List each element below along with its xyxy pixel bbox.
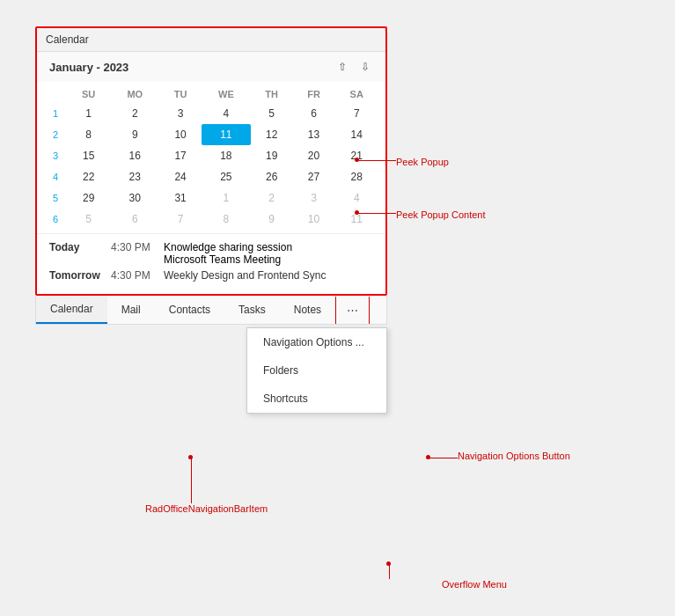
week-number[interactable]: 6	[44, 209, 67, 230]
calendar-day-cell[interactable]: 31	[159, 187, 202, 209]
annotation-rad-item-label: RadOfficeNavigationBarItem	[145, 503, 268, 514]
next-month-button[interactable]: ⇩	[357, 59, 373, 75]
calendar-day-cell[interactable]: 5	[67, 209, 110, 230]
calendar-day-cell[interactable]: 10	[293, 209, 335, 230]
calendar-day-cell[interactable]: 4	[202, 103, 251, 124]
calendar-day-cell[interactable]: 24	[159, 166, 202, 187]
calendar-day-cell[interactable]: 23	[110, 166, 159, 187]
overflow-menu: Navigation Options ... Folders Shortcuts	[246, 327, 387, 414]
annotation-overflow-menu: Overflow Menu	[442, 579, 507, 590]
calendar-day-cell[interactable]: 26	[251, 166, 293, 187]
overflow-menu-item-nav-options[interactable]: Navigation Options ...	[247, 328, 386, 356]
calendar-day-cell[interactable]: 4	[334, 187, 378, 209]
calendar-day-cell[interactable]: 5	[251, 103, 293, 124]
calendar-day-cell[interactable]: 11	[202, 124, 251, 145]
nav-item-contacts[interactable]: Contacts	[155, 297, 224, 323]
events-section: Today 4:30 PM Knowledge sharing session …	[37, 233, 385, 294]
overflow-menu-item-folders[interactable]: Folders	[247, 356, 386, 385]
calendar-header-row: SU MO TU WE TH FR SA	[44, 85, 378, 103]
calendar-header: Calendar	[37, 28, 385, 52]
calendar-table: SU MO TU WE TH FR SA 1123456728910111213…	[44, 85, 378, 230]
calendar-day-cell[interactable]: 27	[293, 166, 335, 187]
calendar-day-cell[interactable]: 6	[110, 209, 159, 230]
annotation-rad-dot	[188, 455, 193, 459]
annotation-nav-btn-dot	[426, 455, 430, 459]
calendar-week-row: 6567891011	[44, 209, 378, 230]
annotation-nav-options-btn: Navigation Options Button	[458, 451, 570, 461]
col-header-fr: FR	[293, 85, 335, 103]
calendar-day-cell[interactable]: 8	[202, 209, 251, 230]
calendar-day-cell[interactable]: 2	[251, 187, 293, 209]
overflow-menu-item-shortcuts[interactable]: Shortcuts	[247, 385, 386, 413]
calendar-day-cell[interactable]: 7	[159, 209, 202, 230]
event-title-today-1: Knowledge sharing session	[164, 241, 292, 253]
prev-month-button[interactable]: ⇧	[334, 59, 350, 75]
peek-popup-container: Calendar January - 2023 ⇧ ⇩ SU MO	[35, 26, 387, 325]
calendar-day-cell[interactable]: 1	[202, 187, 251, 209]
event-title-today-2: Microsoft Teams Meeting	[164, 253, 292, 266]
calendar-week-row: 11234567	[44, 103, 378, 124]
nav-item-notes[interactable]: Notes	[280, 297, 335, 323]
event-time-today: 4:30 PM	[111, 241, 164, 253]
calendar-day-cell[interactable]: 3	[159, 103, 202, 124]
calendar-day-cell[interactable]: 12	[251, 124, 293, 145]
nav-item-calendar[interactable]: Calendar	[36, 296, 107, 324]
calendar-day-cell[interactable]: 21	[334, 145, 378, 166]
calendar-day-cell[interactable]: 30	[110, 187, 159, 209]
annotation-overflow-dot	[386, 561, 391, 566]
nav-bar: Calendar Mail Contacts Tasks Notes ⋯	[35, 296, 387, 325]
calendar-day-cell[interactable]: 22	[67, 166, 110, 187]
annotation-rad-line	[191, 458, 192, 503]
annotation-peek-popup: Peek Popup	[396, 157, 449, 167]
event-row-tomorrow: Tomorrow 4:30 PM Weekly Design and Front…	[49, 269, 373, 282]
col-header-th: TH	[251, 85, 293, 103]
calendar-week-row: 422232425262728	[44, 166, 378, 187]
event-day-today: Today	[49, 241, 111, 253]
calendar-day-cell[interactable]: 6	[293, 103, 335, 124]
nav-item-tasks[interactable]: Tasks	[224, 297, 280, 323]
col-header-su: SU	[67, 85, 110, 103]
week-number[interactable]: 3	[44, 145, 67, 166]
calendar-day-cell[interactable]: 10	[159, 124, 202, 145]
annotation-peek-popup-label: Peek Popup	[396, 157, 449, 167]
week-number[interactable]: 1	[44, 103, 67, 124]
week-number[interactable]: 2	[44, 124, 67, 145]
nav-item-mail[interactable]: Mail	[107, 297, 155, 323]
week-number[interactable]: 5	[44, 187, 67, 209]
annotation-overflow-menu-label: Overflow Menu	[442, 579, 507, 590]
nav-arrows: ⇧ ⇩	[334, 59, 373, 75]
calendar-day-cell[interactable]: 19	[251, 145, 293, 166]
calendar-day-cell[interactable]: 14	[334, 124, 378, 145]
calendar-day-cell[interactable]: 25	[202, 166, 251, 187]
calendar-day-cell[interactable]: 1	[67, 103, 110, 124]
annotation-peek-content-line	[356, 213, 396, 214]
calendar-day-cell[interactable]: 2	[110, 103, 159, 124]
overflow-button[interactable]: ⋯	[335, 297, 370, 324]
week-number[interactable]: 4	[44, 166, 67, 187]
annotation-peek-content-dot	[355, 210, 359, 215]
annotation-peek-popup-dot	[355, 158, 359, 162]
col-header-we: WE	[202, 85, 251, 103]
col-header-week	[44, 85, 67, 103]
calendar-day-cell[interactable]: 13	[293, 124, 335, 145]
calendar-day-cell[interactable]: 16	[110, 145, 159, 166]
event-time-tomorrow: 4:30 PM	[111, 269, 164, 282]
calendar-day-cell[interactable]: 17	[159, 145, 202, 166]
calendar-day-cell[interactable]: 7	[334, 103, 378, 124]
calendar-day-cell[interactable]: 29	[67, 187, 110, 209]
calendar-day-cell[interactable]: 9	[251, 209, 293, 230]
calendar-title: Calendar	[46, 33, 89, 46]
calendar-day-cell[interactable]: 3	[293, 187, 335, 209]
col-header-mo: MO	[110, 85, 159, 103]
calendar-day-cell[interactable]: 8	[67, 124, 110, 145]
annotation-nav-options-label: Navigation Options Button	[458, 451, 570, 461]
nav-bar-wrapper: Calendar Mail Contacts Tasks Notes ⋯ Nav…	[35, 296, 387, 325]
month-year-label: January - 2023	[49, 61, 128, 74]
calendar-day-cell[interactable]: 20	[293, 145, 335, 166]
annotation-rad-item: RadOfficeNavigationBarItem	[145, 503, 268, 514]
calendar-day-cell[interactable]: 28	[334, 166, 378, 187]
calendar-day-cell[interactable]: 15	[67, 145, 110, 166]
annotation-peek-content: Peek Popup Content	[396, 209, 486, 220]
calendar-day-cell[interactable]: 9	[110, 124, 159, 145]
calendar-day-cell[interactable]: 18	[202, 145, 251, 166]
